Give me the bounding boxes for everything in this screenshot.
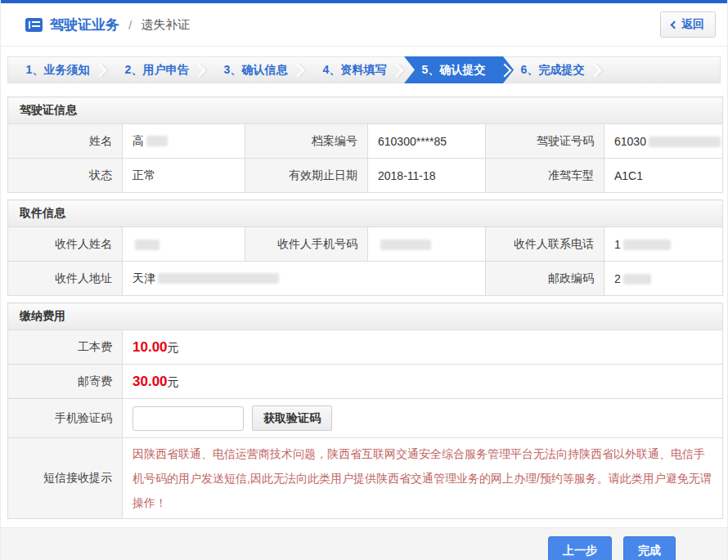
sms-code-input[interactable] <box>133 406 244 431</box>
mailing-fee-label: 邮寄费 <box>8 365 123 399</box>
file-no-value: 610300****85 <box>368 124 486 159</box>
name-value: 高 <box>123 124 245 159</box>
chevron-left-icon <box>671 20 679 29</box>
recipient-phone-label: 收件人联系电话 <box>486 227 604 262</box>
back-button-label: 返回 <box>681 17 704 32</box>
finish-button[interactable]: 完成 <box>623 536 676 560</box>
pickup-info-table: 取件信息 收件人姓名 收件人手机号码 收件人联系电话 1 收件人地址 天津 邮政… <box>7 199 723 296</box>
breadcrumb: 驾驶证业务 / 遗失补证 <box>25 16 190 34</box>
recipient-address-value: 天津 <box>123 262 486 296</box>
postal-code-label: 邮政编码 <box>486 262 604 296</box>
valid-until-value: 2018-11-18 <box>368 159 486 193</box>
sms-notice-cell: 因陕西省联通、电信运营商技术问题，陕西省互联网交通安全综合服务管理平台无法向持陕… <box>123 438 723 519</box>
step-5-confirm-submit-active[interactable]: 5、确认提交 <box>404 57 503 83</box>
redacted-text <box>135 240 160 250</box>
table-row: 工本费 10.00元 <box>8 330 723 365</box>
license-info-section: 驾驶证信息 姓名 高 档案编号 610300****85 驾驶证号码 61030… <box>7 96 721 193</box>
page-header: 驾驶证业务 / 遗失补证 返回 <box>1 3 727 47</box>
wizard-spacer <box>602 57 720 83</box>
file-no-label: 档案编号 <box>245 124 368 159</box>
name-label: 姓名 <box>8 124 123 159</box>
sms-notice-label: 短信接收提示 <box>8 438 123 519</box>
page-subtitle: 遗失补证 <box>141 17 190 33</box>
step-label: 3、确认信息 <box>224 63 288 78</box>
step-label: 2、用户申告 <box>125 63 189 78</box>
step-3-confirm-info[interactable]: 3、确认信息 <box>206 57 305 83</box>
production-fee-unit: 元 <box>168 341 179 354</box>
table-row: 邮寄费 30.00元 <box>8 365 723 399</box>
recipient-mobile-value <box>368 227 486 262</box>
redacted-text <box>146 136 168 146</box>
get-sms-code-button[interactable]: 获取验证码 <box>252 405 332 431</box>
step-1-business-notice[interactable]: 1、业务须知 <box>8 57 107 83</box>
license-no-label: 驾驶证号码 <box>486 124 604 159</box>
mailing-fee-amount: 30.00 <box>133 374 168 389</box>
step-label: 1、业务须知 <box>26 63 90 78</box>
recipient-address-label: 收件人地址 <box>8 262 123 296</box>
footer-action-bar: 上一步 完成 <box>1 527 727 560</box>
page-title: 驾驶证业务 <box>50 16 119 34</box>
step-6-finish-submit[interactable]: 6、完成提交 <box>503 57 602 83</box>
fees-section: 缴纳费用 工本费 10.00元 邮寄费 30.00元 手机验证码 获取验证码 短… <box>7 302 721 519</box>
redacted-text <box>158 273 279 284</box>
step-wizard: 1、业务须知 2、用户申告 3、确认信息 4、资料填写 5、确认提交 6、完成提… <box>7 56 721 83</box>
pickup-info-section: 取件信息 收件人姓名 收件人手机号码 收件人联系电话 1 收件人地址 天津 邮政… <box>7 199 721 296</box>
recipient-name-value <box>123 227 245 262</box>
vehicle-class-value: A1C1 <box>604 159 723 193</box>
step-2-user-declaration[interactable]: 2、用户申告 <box>107 57 206 83</box>
step-label: 5、确认提交 <box>422 63 486 78</box>
table-row: 姓名 高 档案编号 610300****85 驾驶证号码 61030 <box>8 124 723 159</box>
table-row: 状态 正常 有效期止日期 2018-11-18 准驾车型 A1C1 <box>8 159 723 193</box>
postal-code-value: 2 <box>604 262 723 296</box>
production-fee-amount: 10.00 <box>133 339 168 355</box>
production-fee-label: 工本费 <box>8 330 123 365</box>
step-wizard-container: 1、业务须知 2、用户申告 3、确认信息 4、资料填写 5、确认提交 6、完成提… <box>1 47 727 96</box>
recipient-name-label: 收件人姓名 <box>8 227 123 262</box>
step-4-fill-data[interactable]: 4、资料填写 <box>305 57 404 83</box>
pickup-section-title: 取件信息 <box>8 200 723 227</box>
license-info-table: 驾驶证信息 姓名 高 档案编号 610300****85 驾驶证号码 61030… <box>7 96 723 193</box>
fees-section-title: 缴纳费用 <box>8 303 723 330</box>
redacted-text <box>623 240 671 250</box>
table-row: 收件人姓名 收件人手机号码 收件人联系电话 1 <box>8 227 723 262</box>
redacted-text <box>380 240 431 250</box>
production-fee-value: 10.00元 <box>123 330 723 365</box>
mailing-fee-value: 30.00元 <box>123 365 723 399</box>
sms-code-cell: 获取验证码 <box>123 399 723 438</box>
table-row: 短信接收提示 因陕西省联通、电信运营商技术问题，陕西省互联网交通安全综合服务管理… <box>8 438 723 519</box>
sms-notice-text: 因陕西省联通、电信运营商技术问题，陕西省互联网交通安全综合服务管理平台无法向持陕… <box>133 438 722 518</box>
recipient-phone-value: 1 <box>604 227 723 262</box>
step-label: 4、资料填写 <box>323 63 387 78</box>
table-row: 收件人地址 天津 邮政编码 2 <box>8 262 723 296</box>
vehicle-class-label: 准驾车型 <box>486 159 604 193</box>
license-section-title: 驾驶证信息 <box>8 97 723 124</box>
list-icon <box>25 18 43 32</box>
fees-table: 缴纳费用 工本费 10.00元 邮寄费 30.00元 手机验证码 获取验证码 短… <box>7 302 723 519</box>
mailing-fee-unit: 元 <box>168 375 179 388</box>
breadcrumb-divider: / <box>128 18 132 32</box>
previous-step-button[interactable]: 上一步 <box>548 536 612 560</box>
status-value: 正常 <box>123 159 245 193</box>
table-row: 手机验证码 获取验证码 <box>8 399 723 438</box>
back-button[interactable]: 返回 <box>660 11 716 38</box>
status-label: 状态 <box>8 159 123 193</box>
license-no-value: 61030 <box>604 124 723 159</box>
redacted-text <box>649 137 721 147</box>
step-label: 6、完成提交 <box>521 63 585 78</box>
sms-code-label: 手机验证码 <box>8 399 123 438</box>
redacted-text <box>623 274 651 284</box>
recipient-mobile-label: 收件人手机号码 <box>245 227 368 262</box>
valid-until-label: 有效期止日期 <box>245 159 368 193</box>
